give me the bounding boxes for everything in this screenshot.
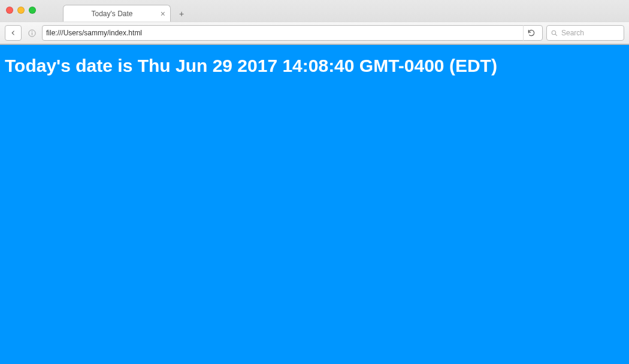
arrow-left-icon bbox=[10, 29, 17, 37]
svg-point-3 bbox=[552, 31, 556, 35]
site-info-button[interactable] bbox=[25, 26, 38, 40]
page-viewport: Today's date is Thu Jun 29 2017 14:08:40… bbox=[0, 45, 629, 364]
window-minimize-button[interactable] bbox=[17, 7, 25, 14]
search-input[interactable] bbox=[561, 29, 629, 37]
title-bar: Today's Date × + bbox=[0, 0, 629, 22]
window-close-button[interactable] bbox=[6, 7, 13, 14]
plus-icon: + bbox=[179, 9, 184, 19]
window-maximize-button[interactable] bbox=[29, 7, 36, 14]
tab-title: Today's Date bbox=[71, 10, 153, 18]
new-tab-button[interactable]: + bbox=[174, 8, 189, 20]
page-heading: Today's date is Thu Jun 29 2017 14:08:40… bbox=[5, 56, 624, 76]
browser-tab[interactable]: Today's Date × bbox=[63, 5, 171, 22]
back-button[interactable] bbox=[5, 25, 22, 41]
svg-line-4 bbox=[555, 34, 557, 35]
close-icon[interactable]: × bbox=[161, 10, 165, 18]
info-icon bbox=[28, 29, 37, 38]
traffic-lights bbox=[0, 4, 36, 17]
browser-chrome: Today's Date × + bbox=[0, 0, 629, 45]
search-box[interactable] bbox=[546, 25, 624, 41]
svg-point-2 bbox=[32, 31, 32, 32]
url-input[interactable] bbox=[46, 29, 517, 37]
address-bar[interactable] bbox=[42, 25, 543, 41]
reload-icon bbox=[527, 29, 536, 37]
reload-button[interactable] bbox=[523, 25, 539, 41]
toolbar bbox=[0, 22, 629, 44]
tab-strip: Today's Date × + bbox=[63, 4, 189, 22]
search-icon bbox=[551, 29, 558, 37]
